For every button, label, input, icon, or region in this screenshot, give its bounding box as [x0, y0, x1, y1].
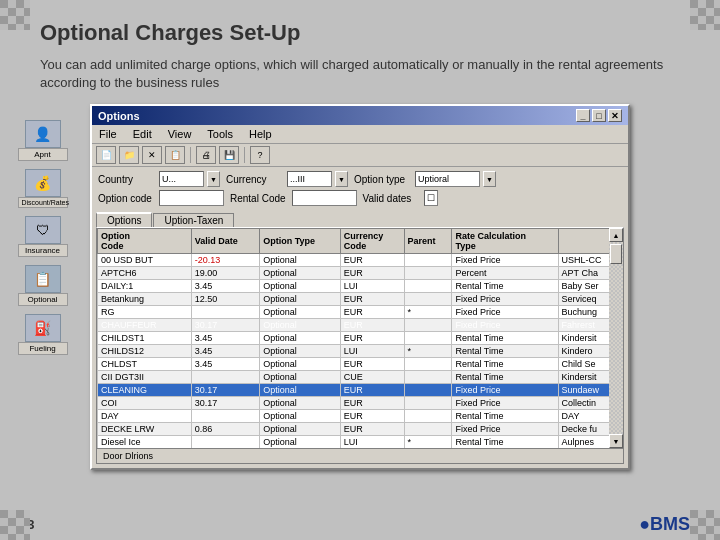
options-dialog: Options _ □ ✕ File Edit View Tools Help …: [90, 104, 630, 470]
table-row[interactable]: DECKE LRW0.86OptionalEURFixed PriceDecke…: [98, 423, 623, 436]
cell-2: Optional: [260, 345, 341, 358]
menu-view[interactable]: View: [165, 127, 195, 141]
tab-uption-taxen[interactable]: Uption-Taxen: [153, 213, 234, 227]
col-option-code[interactable]: OptionCode: [98, 229, 192, 254]
table-row[interactable]: 00 USD BUT-20.13OptionalEURFixed PriceUS…: [98, 254, 623, 267]
toolbar-copy[interactable]: 📋: [165, 146, 185, 164]
valid-dates-checkbox[interactable]: ☐: [424, 190, 438, 206]
cell-1: 3.45: [191, 358, 259, 371]
cell-2: Optional: [260, 371, 341, 384]
nav-icon-discount[interactable]: 💰: [25, 169, 61, 197]
table-row[interactable]: Betankung12.50OptionalEURFixed PriceServ…: [98, 293, 623, 306]
rental-code-field: [292, 190, 357, 206]
col-valid-date[interactable]: Valid Date: [191, 229, 259, 254]
cell-4: *: [404, 345, 452, 358]
minimize-button[interactable]: _: [576, 109, 590, 122]
table-row[interactable]: CHILDS123.45OptionalLUI*Rental TimeKinde…: [98, 345, 623, 358]
nav-icon-insurance[interactable]: 🛡: [25, 216, 61, 244]
col-rate-calc[interactable]: Rate CalculationType: [452, 229, 558, 254]
cell-4: [404, 267, 452, 280]
cell-3: EUR: [340, 293, 404, 306]
cell-3: CUE: [340, 371, 404, 384]
cell-5: Rental Time: [452, 280, 558, 293]
nav-label-fueling[interactable]: Fueling: [18, 342, 68, 355]
col-parent[interactable]: Parent: [404, 229, 452, 254]
page-title: Optional Charges Set-Up: [40, 20, 680, 46]
col-currency[interactable]: CurrencyCode: [340, 229, 404, 254]
scroll-track[interactable]: [609, 242, 623, 434]
table-row[interactable]: CLEANING30.17OptionalEURFixed PriceSunda…: [98, 384, 623, 397]
scroll-up-button[interactable]: ▲: [609, 228, 623, 242]
cell-3: EUR: [340, 410, 404, 423]
currency-label: Currency: [226, 174, 281, 185]
table-row[interactable]: RGOptionalEUR*Fixed PriceBuchung: [98, 306, 623, 319]
menu-tools[interactable]: Tools: [204, 127, 236, 141]
scroll-down-button[interactable]: ▼: [609, 434, 623, 448]
toolbar-help[interactable]: ?: [250, 146, 270, 164]
dialog-status-bar: Door Dlrions: [97, 448, 623, 463]
cell-2: Optional: [260, 306, 341, 319]
menu-edit[interactable]: Edit: [130, 127, 155, 141]
nav-label-apnt[interactable]: Apnt: [18, 148, 68, 161]
nav-label-optional[interactable]: Optional: [18, 293, 68, 306]
currency-dropdown[interactable]: ▼: [335, 171, 348, 187]
cell-0: CHILDST1: [98, 332, 192, 345]
country-field: U... ▼: [159, 171, 220, 187]
cell-2: Optional: [260, 254, 341, 267]
country-input[interactable]: U...: [159, 171, 204, 187]
country-dropdown[interactable]: ▼: [207, 171, 220, 187]
nav-item-optional: 📋 Optional: [15, 265, 70, 306]
close-button[interactable]: ✕: [608, 109, 622, 122]
option-type-input[interactable]: Uptioral: [415, 171, 480, 187]
toolbar-print[interactable]: 🖨: [196, 146, 216, 164]
cell-5: Fixed Price: [452, 254, 558, 267]
tab-options[interactable]: Options: [96, 212, 152, 227]
cell-0: RG: [98, 306, 192, 319]
cell-5: Fixed Price: [452, 397, 558, 410]
table-row[interactable]: CII DGT3IIOptionalCUERental TimeKindersi…: [98, 371, 623, 384]
toolbar-open[interactable]: 📁: [119, 146, 139, 164]
nav-icon-apnt[interactable]: 👤: [25, 120, 61, 148]
cell-1: 19.00: [191, 267, 259, 280]
col-option-type[interactable]: Option Type: [260, 229, 341, 254]
table-row[interactable]: Diesel IceOptionalLUI*Rental TimeAulpnes: [98, 436, 623, 449]
table-body: 00 USD BUT-20.13OptionalEURFixed PriceUS…: [98, 254, 623, 449]
toolbar-new[interactable]: 📄: [96, 146, 116, 164]
option-type-label: Option type: [354, 174, 409, 185]
dialog-toolbar: 📄 📁 ✕ 📋 🖨 💾 ?: [92, 144, 628, 167]
menu-file[interactable]: File: [96, 127, 120, 141]
toolbar-close[interactable]: ✕: [142, 146, 162, 164]
cell-2: Optional: [260, 436, 341, 449]
table-row[interactable]: CHILDST13.45OptionalEURRental TimeKinder…: [98, 332, 623, 345]
table-row[interactable]: COI30.17OptionalEURFixed PriceCollectin: [98, 397, 623, 410]
cell-4: [404, 332, 452, 345]
toolbar-save[interactable]: 💾: [219, 146, 239, 164]
cell-3: EUR: [340, 358, 404, 371]
cell-4: [404, 384, 452, 397]
table-row[interactable]: CHAUFFEUR30.17OptionalEURFixed PriceFahr…: [98, 319, 623, 332]
cell-0: COI: [98, 397, 192, 410]
table-row[interactable]: DAYOptionalEURRental TimeDAY: [98, 410, 623, 423]
dialog-title: Options: [98, 110, 140, 122]
nav-icon-optional[interactable]: 📋: [25, 265, 61, 293]
cell-0: CHILDS12: [98, 345, 192, 358]
cell-5: Fixed Price: [452, 384, 558, 397]
table-row[interactable]: DAILY:13.45OptionalLUIRental TimeBaby Se…: [98, 280, 623, 293]
nav-label-insurance[interactable]: Insurance: [18, 244, 68, 257]
option-type-dropdown[interactable]: ▼: [483, 171, 496, 187]
scroll-thumb[interactable]: [610, 244, 622, 264]
currency-input[interactable]: ...III: [287, 171, 332, 187]
cell-3: LUI: [340, 436, 404, 449]
nav-label-discount[interactable]: Discount/Rates: [18, 197, 68, 208]
menu-help[interactable]: Help: [246, 127, 275, 141]
rental-code-input[interactable]: [292, 190, 357, 206]
table-row[interactable]: APTCH619.00OptionalEURPercentAPT Cha: [98, 267, 623, 280]
maximize-button[interactable]: □: [592, 109, 606, 122]
option-code-input[interactable]: [159, 190, 224, 206]
cell-5: Fixed Price: [452, 306, 558, 319]
cell-3: EUR: [340, 397, 404, 410]
table-scrollbar[interactable]: ▲ ▼: [609, 228, 623, 448]
table-row[interactable]: CHLDST3.45OptionalEURRental TimeChild Se: [98, 358, 623, 371]
nav-icon-fueling[interactable]: ⛽: [25, 314, 61, 342]
left-nav: 👤 Apnt 💰 Discount/Rates 🛡 Insurance 📋 Op…: [15, 120, 70, 363]
